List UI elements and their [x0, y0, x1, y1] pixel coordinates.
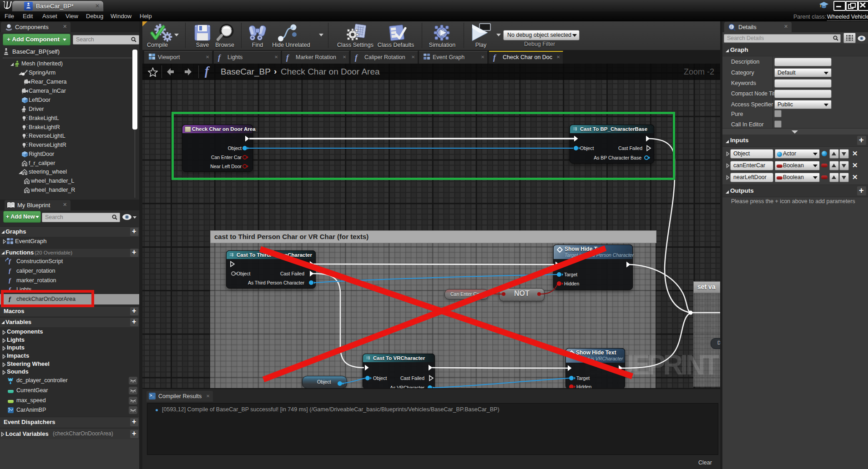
svg-text:i: i [731, 25, 732, 30]
svg-text:f: f [9, 278, 11, 284]
svg-text:f: f [9, 259, 11, 264]
svg-text:f: f [9, 268, 11, 274]
